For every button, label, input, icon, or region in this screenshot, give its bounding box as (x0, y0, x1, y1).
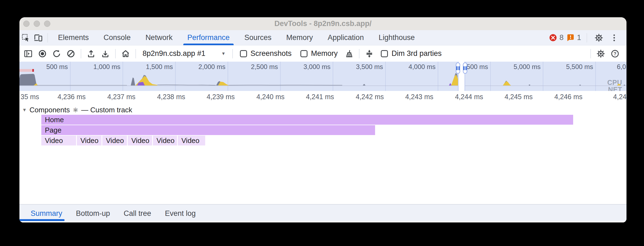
shrink-flame-chart-button[interactable] (362, 47, 376, 61)
home-row-bar[interactable]: Home (41, 115, 573, 125)
clear-button[interactable] (64, 47, 78, 61)
status-cluster: 8 1 (549, 32, 626, 44)
screen: DevTools - 8p2n9n.csb.app/ ElementsConso… (0, 0, 644, 246)
more-options-button[interactable] (608, 32, 620, 44)
atom-icon: ⚛ (72, 106, 79, 114)
divider (135, 49, 136, 58)
error-badge[interactable]: 8 (549, 33, 564, 42)
performance-toolbar: 8p2n9n.csb.app #1 ▼ Screenshots Memory (19, 45, 626, 62)
toolbar-right: ? (588, 47, 626, 61)
collect-garbage-button[interactable] (342, 47, 356, 61)
collapse-icon (365, 49, 374, 58)
memory-label: Memory (311, 49, 338, 58)
video-row-bar[interactable]: Video (102, 136, 127, 145)
device-toolbar-button[interactable] (32, 32, 45, 44)
bottom-tab-call-tree[interactable]: Call tree (117, 205, 158, 222)
broom-icon (344, 49, 354, 58)
flame-chart-canvas[interactable]: ▼ Components ⚛ — Custom track HomePageVi… (19, 102, 626, 204)
block-icon (66, 49, 76, 58)
tab-console[interactable]: Console (96, 30, 138, 45)
toggle-sidebar-button[interactable] (21, 47, 35, 61)
tab-lighthouse[interactable]: Lighthouse (371, 30, 422, 45)
selection-right-handle[interactable] (463, 62, 467, 74)
ruler-tick-label: 4,244 ms (455, 93, 483, 101)
page-row-bar[interactable]: Page (41, 125, 375, 135)
error-icon (549, 33, 557, 42)
device-toolbar-icon (34, 33, 43, 42)
track-header[interactable]: ▼ Components ⚛ — Custom track (22, 106, 132, 114)
svg-text:?: ? (614, 51, 616, 56)
long-task-stripe (19, 69, 33, 72)
download-icon (101, 49, 110, 58)
inspect-element-button[interactable] (19, 32, 32, 44)
tab-sources[interactable]: Sources (237, 30, 279, 45)
cpu-activity-chart (19, 62, 626, 91)
checkbox-box (240, 50, 247, 57)
home-icon (121, 49, 130, 58)
dim-3rd-parties-checkbox[interactable]: Dim 3rd parties (376, 49, 446, 58)
ruler-tick-label: 4,238 ms (157, 93, 185, 101)
ruler-tick-label: 4,241 ms (306, 93, 334, 101)
dim-3rd-parties-label: Dim 3rd parties (391, 49, 442, 58)
reload-icon (52, 49, 61, 58)
divider (115, 49, 116, 58)
video-row-bar[interactable]: Video (77, 136, 101, 145)
tab-performance[interactable]: Performance (180, 30, 237, 45)
warning-icon (566, 33, 575, 42)
screenshots-checkbox[interactable]: Screenshots (236, 49, 296, 58)
timeline-overview[interactable]: 500 ms1,000 ms1,500 ms2,000 ms2,500 ms3,… (19, 62, 626, 91)
ruler-tick-label: 4,246 ms (554, 93, 582, 101)
panel-tabs: ElementsConsoleNetworkPerformanceSources… (51, 30, 422, 45)
home-button[interactable] (118, 47, 133, 61)
ruler-tick-label: 4,245 ms (504, 93, 533, 101)
window-bottom-edge (19, 221, 626, 222)
load-profile-button[interactable] (84, 47, 98, 61)
divider (47, 33, 48, 42)
video-row-bar[interactable]: Video (128, 136, 152, 145)
panel-tab-bar: ElementsConsoleNetworkPerformanceSources… (19, 30, 626, 45)
performance-settings-button[interactable] (594, 47, 608, 61)
bottom-tab-bottom-up[interactable]: Bottom-up (69, 205, 117, 222)
save-profile-button[interactable] (98, 47, 112, 61)
detail-ruler: 35 ms4,236 ms4,237 ms4,238 ms4,239 ms4,2… (19, 91, 626, 102)
collapse-triangle-icon[interactable]: ▼ (22, 107, 27, 113)
ruler-tick-label: 4,236 ms (57, 93, 86, 101)
target-selector-value: 8p2n9n.csb.app #1 (143, 49, 205, 58)
video-row-bar[interactable]: Video (153, 136, 177, 145)
record-button[interactable] (35, 47, 50, 61)
track-suffix: — Custom track (81, 106, 132, 114)
record-icon (38, 49, 47, 58)
divider (359, 49, 359, 58)
divider (587, 33, 587, 42)
help-button[interactable]: ? (608, 47, 622, 61)
tab-network[interactable]: Network (138, 30, 180, 45)
tab-memory[interactable]: Memory (279, 30, 320, 45)
selection-left-handle[interactable] (456, 62, 460, 74)
ruler-tick-label: 4,239 ms (207, 93, 235, 101)
inspect-icon (21, 33, 30, 42)
video-row-bar[interactable]: Video (41, 136, 76, 145)
bottom-tab-event-log[interactable]: Event log (158, 205, 203, 222)
window-title: DevTools - 8p2n9n.csb.app/ (19, 19, 626, 28)
divider (232, 49, 233, 58)
target-selector[interactable]: 8p2n9n.csb.app #1 ▼ (139, 49, 230, 58)
divider (81, 49, 81, 58)
settings-button[interactable] (593, 32, 605, 44)
record-and-reload-button[interactable] (50, 47, 64, 61)
kebab-menu-icon (610, 33, 619, 42)
track-name: Components (30, 106, 70, 114)
memory-checkbox[interactable]: Memory (296, 49, 342, 58)
checkbox-box (300, 50, 308, 57)
ruler-tick-label: 4,237 ms (107, 93, 135, 101)
error-count: 8 (559, 33, 564, 42)
ruler-tick-label: 4,242 ms (356, 93, 384, 101)
tab-application[interactable]: Application (320, 30, 371, 45)
help-icon: ? (610, 49, 620, 58)
chevron-down-icon: ▼ (221, 51, 226, 56)
tab-elements[interactable]: Elements (51, 30, 96, 45)
gear-icon (594, 33, 604, 42)
bottom-tab-bar: SummaryBottom-upCall treeEvent log (19, 204, 626, 222)
ruler-tick-label: 4,24 (613, 93, 626, 101)
warning-badge[interactable]: 1 (566, 33, 581, 42)
video-row-bar[interactable]: Video (178, 136, 205, 145)
